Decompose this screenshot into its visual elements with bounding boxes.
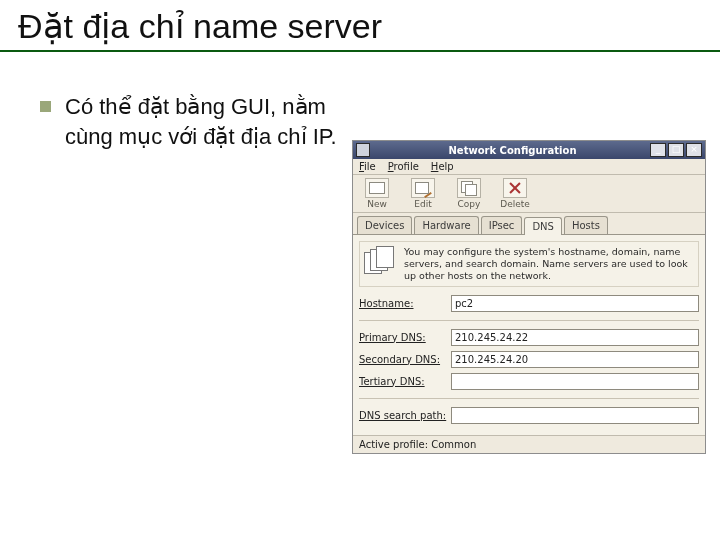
new-label: New (367, 199, 387, 209)
bullet-icon (40, 101, 51, 112)
copy-label: Copy (458, 199, 481, 209)
secondary-dns-label: Secondary DNS: (359, 354, 451, 365)
tab-row: Devices Hardware IPsec DNS Hosts (353, 213, 705, 235)
documents-icon (364, 246, 398, 276)
info-text: You may configure the system's hostname,… (404, 246, 694, 282)
delete-button[interactable]: Delete (495, 178, 535, 209)
tab-devices[interactable]: Devices (357, 216, 412, 234)
edit-label: Edit (414, 199, 431, 209)
info-box: You may configure the system's hostname,… (359, 241, 699, 287)
menu-help[interactable]: Help (431, 161, 454, 172)
close-button[interactable]: × (686, 143, 702, 157)
new-icon (365, 178, 389, 198)
tab-hardware[interactable]: Hardware (414, 216, 478, 234)
maximize-button[interactable]: □ (668, 143, 684, 157)
hostname-label: Hostname: (359, 298, 451, 309)
menubar: File Profile Help (353, 159, 705, 175)
menu-file[interactable]: File (359, 161, 376, 172)
titlebar[interactable]: Network Configuration _ □ × (353, 141, 705, 159)
separator (359, 398, 699, 399)
tab-hosts[interactable]: Hosts (564, 216, 608, 234)
menu-profile[interactable]: Profile (388, 161, 419, 172)
bullet-text: Có thể đặt bằng GUI, nằm cùng mục với đặ… (65, 92, 340, 151)
delete-icon (503, 178, 527, 198)
new-button[interactable]: New (357, 178, 397, 209)
dns-panel: You may configure the system's hostname,… (353, 235, 705, 435)
copy-button[interactable]: Copy (449, 178, 489, 209)
minimize-button[interactable]: _ (650, 143, 666, 157)
separator (359, 320, 699, 321)
secondary-dns-input[interactable]: 210.245.24.20 (451, 351, 699, 368)
slide-title: Đặt địa chỉ name server (18, 6, 720, 46)
toolbar: New Edit Copy Delete (353, 175, 705, 213)
edit-icon (411, 178, 435, 198)
search-path-input[interactable] (451, 407, 699, 424)
primary-dns-input[interactable]: 210.245.24.22 (451, 329, 699, 346)
tertiary-dns-input[interactable] (451, 373, 699, 390)
tertiary-dns-label: Tertiary DNS: (359, 376, 451, 387)
tab-ipsec[interactable]: IPsec (481, 216, 523, 234)
window-title: Network Configuration (375, 145, 650, 156)
primary-dns-label: Primary DNS: (359, 332, 451, 343)
edit-button[interactable]: Edit (403, 178, 443, 209)
statusbar: Active profile: Common (353, 435, 705, 453)
hostname-input[interactable]: pc2 (451, 295, 699, 312)
copy-icon (457, 178, 481, 198)
delete-label: Delete (500, 199, 530, 209)
bullet-item: Có thể đặt bằng GUI, nằm cùng mục với đặ… (40, 92, 340, 151)
app-icon (356, 143, 370, 157)
search-path-label: DNS search path: (359, 410, 451, 421)
network-config-window: Network Configuration _ □ × File Profile… (352, 140, 706, 454)
tab-dns[interactable]: DNS (524, 217, 562, 235)
